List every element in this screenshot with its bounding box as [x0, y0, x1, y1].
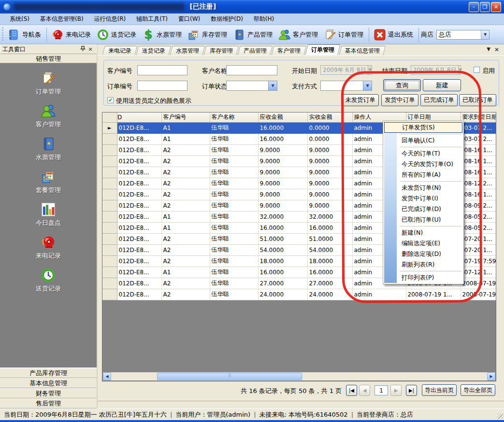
column-header-要求到货日期[interactable]: 要求到货日期	[461, 113, 496, 122]
sidebar-item-客户管理[interactable]: 客户管理	[19, 103, 77, 129]
toolbar-grip[interactable]	[2, 28, 3, 42]
context-menu-item-打印列表(P)[interactable]: 打印列表(P)	[384, 272, 462, 283]
context-menu-item-已完成订单(D)[interactable]: 已完成订单(D)	[384, 204, 462, 214]
query-button[interactable]: 查询	[383, 79, 421, 91]
sidebar-group-财务管理[interactable]: 财务管理	[0, 388, 97, 398]
row-selector-cell[interactable]	[102, 167, 117, 178]
menu-item[interactable]: 数据维护(D)	[206, 14, 248, 25]
pin-icon[interactable]	[79, 46, 86, 53]
scroll-left-icon[interactable]: ◀	[103, 372, 111, 380]
row-selector-cell[interactable]	[102, 211, 117, 222]
minimize-button[interactable]: －	[469, 2, 479, 12]
row-selector-cell[interactable]	[102, 278, 117, 289]
page-number-input[interactable]	[374, 385, 388, 395]
sidebar-group-产品库存管理[interactable]: 产品库存管理	[0, 368, 97, 378]
sidebar-item-送货记录[interactable]: 送货记录	[19, 267, 77, 293]
toolbar-button-退出系统[interactable]: 退出系统	[371, 27, 417, 42]
customer-no-input[interactable]	[137, 65, 187, 75]
status-filter-button-发货中订单[interactable]: 发货中订单	[381, 94, 418, 106]
color-display-checkbox[interactable]: ✔	[107, 97, 114, 103]
sidebar-item-订单管理[interactable]: 订单管理	[19, 70, 77, 96]
context-menu-item-所有的订单(A)[interactable]: 所有的订单(A)	[384, 169, 462, 180]
order-status-select[interactable]: ▼	[226, 81, 277, 91]
new-button[interactable]: 新建	[423, 79, 461, 91]
chevron-down-icon[interactable]: ▼	[481, 30, 489, 39]
menu-item[interactable]: 基本信息管理(B)	[35, 14, 88, 25]
tab-库存管理[interactable]: 库存管理	[204, 46, 239, 55]
row-selector-cell[interactable]	[102, 222, 117, 233]
context-menu-item-新建(N)[interactable]: 新建(N)	[384, 227, 462, 238]
toolbar-button-来电记录[interactable]: 来电记录	[49, 27, 94, 42]
shop-combobox[interactable]: 总店 ▼	[436, 30, 490, 40]
context-menu-item-已取消订单(U)[interactable]: 已取消订单(U)	[384, 214, 462, 225]
row-selector-cell[interactable]	[102, 144, 117, 155]
tab-来电记录[interactable]: 来电记录	[102, 46, 138, 55]
status-filter-button-已完成订单[interactable]: 已完成订单	[420, 94, 458, 106]
order-no-input[interactable]	[137, 81, 187, 91]
toolbar-button-订单管理[interactable]: 订单管理	[321, 27, 367, 42]
row-selector-cell[interactable]	[102, 133, 117, 144]
toolbar-button-水票管理[interactable]: $水票管理	[140, 27, 185, 42]
toolbar-button-导航条[interactable]: 导航条	[5, 27, 44, 42]
row-selector-cell[interactable]	[102, 267, 117, 278]
column-header-客户名称[interactable]: 客户名称	[210, 113, 258, 122]
sidebar-item-水票管理[interactable]: 水票管理	[19, 136, 77, 162]
export-all-pages-button[interactable]: 导出全部页	[461, 384, 495, 396]
last-page-button[interactable]: ▶|	[406, 385, 417, 396]
first-page-button[interactable]: |◀	[346, 385, 357, 396]
tab-list-chevron-down-icon[interactable]: ▼	[487, 46, 490, 53]
pay-method-select[interactable]: ▼	[320, 81, 372, 91]
context-menu-item-编辑选定项(E)[interactable]: 编辑选定项(E)	[384, 238, 462, 249]
next-page-button[interactable]: ▶	[390, 385, 402, 396]
sidebar-group-售后管理[interactable]: 售后管理	[0, 398, 97, 408]
tab-客户管理[interactable]: 客户管理	[272, 46, 307, 55]
scroll-right-icon[interactable]: ▶	[487, 372, 495, 380]
menu-item[interactable]: 窗口(W)	[173, 14, 205, 25]
column-header-ID[interactable]: ID	[117, 113, 161, 122]
tab-基本信息管理[interactable]: 基本信息管理	[339, 46, 386, 55]
scrollbar-thumb[interactable]	[157, 373, 302, 380]
menu-item[interactable]: 帮助(H)	[249, 14, 279, 25]
end-date-picker[interactable]: 2009年 6月 8日 ▼	[411, 65, 461, 75]
menu-item[interactable]: 运行信息(R)	[89, 14, 131, 25]
context-menu-item-今天的发货订单(O)[interactable]: 今天的发货订单(O)	[384, 159, 462, 169]
context-menu-item-今天的订单(T)[interactable]: 今天的订单(T)	[384, 148, 462, 159]
row-selector-cell[interactable]	[102, 289, 117, 300]
status-filter-button-未发货订单[interactable]: 未发货订单	[342, 94, 379, 106]
tab-产品管理[interactable]: 产品管理	[238, 46, 273, 55]
row-selector-cell[interactable]	[102, 233, 117, 244]
context-menu-item-未发货订单(N)[interactable]: 未发货订单(N)	[384, 183, 462, 193]
column-header-应收金额[interactable]: 应收金额	[258, 113, 307, 122]
column-header-客户编号[interactable]: 客户编号	[161, 113, 210, 122]
row-selector-cell[interactable]	[102, 178, 117, 189]
table-row[interactable]: 012D-E8...A2伍华聪24.000024.0000admin2008-0…	[102, 289, 496, 300]
row-selector-cell[interactable]: ►	[102, 122, 117, 133]
context-menu-item-刷新列表(R)[interactable]: 刷新列表(R)	[384, 259, 462, 270]
horizontal-scrollbar[interactable]: ◀ ▶	[103, 372, 495, 380]
row-selector-cell[interactable]	[102, 189, 117, 200]
export-current-page-button[interactable]: 导出当前页	[422, 384, 457, 396]
enable-checkbox[interactable]	[474, 67, 480, 73]
tab-水票管理[interactable]: 水票管理	[170, 46, 205, 55]
prev-page-button[interactable]: ◀	[359, 385, 370, 396]
row-selector-cell[interactable]	[102, 244, 117, 255]
row-selector-cell[interactable]	[102, 200, 117, 211]
toolbar-button-产品管理[interactable]: 产品管理	[230, 27, 276, 42]
close-button[interactable]: ✕	[491, 2, 501, 12]
resize-grip[interactable]	[497, 413, 503, 419]
maximize-button[interactable]: ❐	[480, 2, 490, 12]
menu-item[interactable]: 系统(S)	[5, 14, 34, 25]
context-menu-item-回单确认(C)[interactable]: 回单确认(C)	[384, 135, 462, 146]
context-menu-item-发货中订单(I)[interactable]: 发货中订单(I)	[384, 193, 462, 204]
context-menu-item-删除选定项(D)[interactable]: 删除选定项(D)	[384, 249, 462, 259]
toolbar-button-库存管理[interactable]: 库存管理	[185, 27, 230, 42]
column-header-实收金额[interactable]: 实收金额	[307, 113, 352, 122]
status-filter-button-已取消订单[interactable]: 已取消订单	[459, 94, 496, 106]
customer-name-input[interactable]	[226, 65, 277, 75]
sidebar-item-今日盘点[interactable]: 今日盘点	[19, 201, 77, 227]
row-selector-cell[interactable]	[102, 255, 117, 267]
row-selector-cell[interactable]	[102, 155, 117, 167]
tool-window-close-icon[interactable]: ✕	[86, 46, 94, 53]
tab-订单管理[interactable]: 订单管理	[305, 44, 340, 55]
sidebar-group-基本信息管理[interactable]: 基本信息管理	[0, 378, 97, 388]
